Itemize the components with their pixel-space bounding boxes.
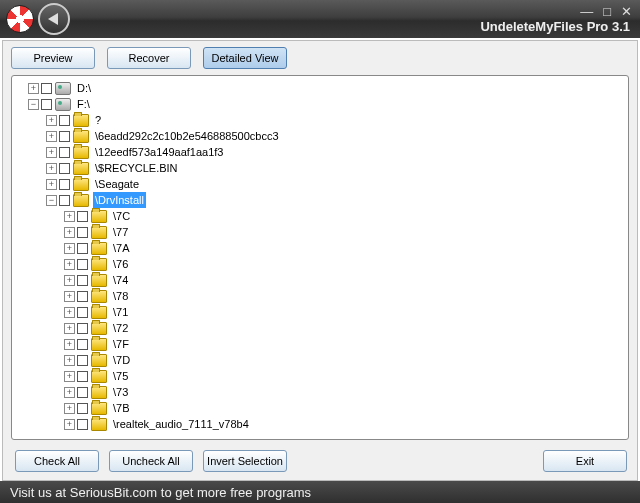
- node-label[interactable]: \12eedf573a149aaf1aa1f3: [93, 144, 225, 160]
- tree-node[interactable]: +\realtek_audio_7111_v78b4: [14, 416, 626, 432]
- expand-toggle[interactable]: +: [64, 403, 75, 414]
- recover-button[interactable]: Recover: [107, 47, 191, 69]
- node-label[interactable]: \7D: [111, 352, 132, 368]
- tree-node[interactable]: +\77: [14, 224, 626, 240]
- node-label[interactable]: \72: [111, 320, 130, 336]
- check-all-button[interactable]: Check All: [15, 450, 99, 472]
- checkbox[interactable]: [77, 339, 88, 350]
- node-label[interactable]: \realtek_audio_7111_v78b4: [111, 416, 251, 432]
- expand-toggle[interactable]: +: [64, 387, 75, 398]
- close-button[interactable]: ✕: [621, 4, 632, 19]
- tree-node[interactable]: +\74: [14, 272, 626, 288]
- expand-toggle[interactable]: +: [64, 323, 75, 334]
- expand-toggle[interactable]: +: [64, 275, 75, 286]
- node-label[interactable]: \7F: [111, 336, 131, 352]
- node-label[interactable]: \DrvInstall: [93, 192, 146, 208]
- checkbox[interactable]: [77, 387, 88, 398]
- node-label[interactable]: \73: [111, 384, 130, 400]
- minimize-button[interactable]: —: [580, 4, 593, 19]
- checkbox[interactable]: [77, 307, 88, 318]
- node-label[interactable]: \77: [111, 224, 130, 240]
- expand-toggle[interactable]: +: [28, 83, 39, 94]
- tree-node[interactable]: +\71: [14, 304, 626, 320]
- node-label[interactable]: \76: [111, 256, 130, 272]
- checkbox[interactable]: [59, 115, 70, 126]
- expand-toggle[interactable]: +: [46, 163, 57, 174]
- node-label[interactable]: \Seagate: [93, 176, 141, 192]
- expand-toggle[interactable]: +: [64, 355, 75, 366]
- node-label[interactable]: \7C: [111, 208, 132, 224]
- invert-selection-button[interactable]: Invert Selection: [203, 450, 287, 472]
- tree-node[interactable]: +\7B: [14, 400, 626, 416]
- exit-button[interactable]: Exit: [543, 450, 627, 472]
- tree-node[interactable]: +\$RECYCLE.BIN: [14, 160, 626, 176]
- tree-node[interactable]: +\7F: [14, 336, 626, 352]
- tree-node[interactable]: +\12eedf573a149aaf1aa1f3: [14, 144, 626, 160]
- node-label[interactable]: \$RECYCLE.BIN: [93, 160, 180, 176]
- expand-toggle[interactable]: +: [46, 147, 57, 158]
- checkbox[interactable]: [59, 147, 70, 158]
- expand-toggle[interactable]: +: [64, 259, 75, 270]
- checkbox[interactable]: [59, 179, 70, 190]
- uncheck-all-button[interactable]: Uncheck All: [109, 450, 193, 472]
- node-label[interactable]: \75: [111, 368, 130, 384]
- checkbox[interactable]: [59, 195, 70, 206]
- expand-toggle[interactable]: +: [46, 179, 57, 190]
- checkbox[interactable]: [77, 291, 88, 302]
- checkbox[interactable]: [59, 131, 70, 142]
- tree-node[interactable]: −F:\: [14, 96, 626, 112]
- checkbox[interactable]: [59, 163, 70, 174]
- expand-toggle[interactable]: +: [64, 243, 75, 254]
- tree-node[interactable]: +\Seagate: [14, 176, 626, 192]
- checkbox[interactable]: [41, 83, 52, 94]
- tree-node[interactable]: +\76: [14, 256, 626, 272]
- file-tree[interactable]: +D:\−F:\+?+\6eadd292c2c10b2e546888500cbc…: [11, 75, 629, 440]
- node-label[interactable]: \7A: [111, 240, 132, 256]
- tree-node[interactable]: +\6eadd292c2c10b2e546888500cbcc3: [14, 128, 626, 144]
- checkbox[interactable]: [77, 243, 88, 254]
- checkbox[interactable]: [77, 355, 88, 366]
- node-label[interactable]: \7B: [111, 400, 132, 416]
- expand-toggle[interactable]: +: [64, 339, 75, 350]
- node-label[interactable]: \6eadd292c2c10b2e546888500cbcc3: [93, 128, 281, 144]
- tree-node[interactable]: +\73: [14, 384, 626, 400]
- checkbox[interactable]: [77, 403, 88, 414]
- tree-node[interactable]: +\7A: [14, 240, 626, 256]
- expand-toggle[interactable]: +: [64, 291, 75, 302]
- back-button[interactable]: [38, 3, 70, 35]
- node-label[interactable]: \71: [111, 304, 130, 320]
- tree-node[interactable]: +\75: [14, 368, 626, 384]
- node-label[interactable]: \74: [111, 272, 130, 288]
- expand-toggle[interactable]: −: [28, 99, 39, 110]
- node-label[interactable]: D:\: [75, 80, 93, 96]
- expand-toggle[interactable]: +: [64, 419, 75, 430]
- tree-node[interactable]: +\7D: [14, 352, 626, 368]
- node-label[interactable]: ?: [93, 112, 103, 128]
- expand-toggle[interactable]: +: [46, 115, 57, 126]
- checkbox[interactable]: [41, 99, 52, 110]
- node-label[interactable]: F:\: [75, 96, 92, 112]
- tree-node[interactable]: +\78: [14, 288, 626, 304]
- expand-toggle[interactable]: +: [64, 371, 75, 382]
- preview-button[interactable]: Preview: [11, 47, 95, 69]
- tree-node[interactable]: −\DrvInstall: [14, 192, 626, 208]
- expand-toggle[interactable]: +: [64, 307, 75, 318]
- tree-node[interactable]: +?: [14, 112, 626, 128]
- tree-node[interactable]: +D:\: [14, 80, 626, 96]
- checkbox[interactable]: [77, 419, 88, 430]
- checkbox[interactable]: [77, 211, 88, 222]
- expand-toggle[interactable]: +: [64, 211, 75, 222]
- expand-toggle[interactable]: −: [46, 195, 57, 206]
- detailed-view-button[interactable]: Detailed View: [203, 47, 287, 69]
- maximize-button[interactable]: □: [603, 4, 611, 19]
- node-label[interactable]: \78: [111, 288, 130, 304]
- tree-node[interactable]: +\72: [14, 320, 626, 336]
- checkbox[interactable]: [77, 371, 88, 382]
- tree-node[interactable]: +\7C: [14, 208, 626, 224]
- checkbox[interactable]: [77, 259, 88, 270]
- expand-toggle[interactable]: +: [64, 227, 75, 238]
- checkbox[interactable]: [77, 275, 88, 286]
- expand-toggle[interactable]: +: [46, 131, 57, 142]
- checkbox[interactable]: [77, 323, 88, 334]
- checkbox[interactable]: [77, 227, 88, 238]
